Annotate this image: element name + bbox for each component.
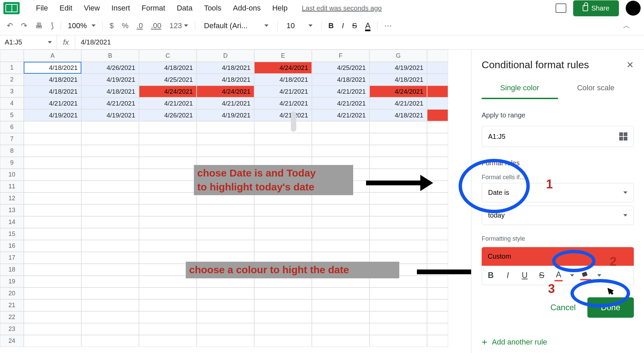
cell[interactable] [312,145,369,157]
cell[interactable] [369,204,427,216]
cell[interactable]: 4/18/2021 [81,86,139,97]
cell[interactable] [139,240,197,252]
menu-edit[interactable]: Edit [54,1,78,15]
cell[interactable]: 4/18/2021 [24,86,81,97]
cell[interactable] [254,228,312,240]
cell[interactable] [81,228,139,240]
column-header[interactable]: B [81,50,139,62]
cell[interactable] [197,133,254,145]
number-format-select[interactable]: 123 [166,19,192,33]
style-italic-button[interactable]: I [502,271,513,280]
cell[interactable] [369,240,427,252]
cell[interactable] [24,192,81,204]
cell[interactable]: 4/21/2021 [139,97,197,109]
cell[interactable] [369,192,427,204]
cell[interactable] [139,228,197,240]
cell[interactable]: 4/24/2021 [254,62,312,74]
font-select[interactable]: Default (Ari... [199,20,274,32]
chevron-down-icon[interactable] [597,274,601,277]
style-bold-button[interactable]: B [485,271,496,280]
cell[interactable] [24,181,81,192]
cell[interactable] [81,276,139,287]
cell[interactable] [24,264,81,276]
menu-help[interactable]: Help [267,1,293,15]
cell[interactable] [427,109,448,121]
cell[interactable]: 4/24/2021 [197,86,254,97]
cell[interactable] [254,335,312,347]
cell[interactable]: 4/21/2021 [312,86,369,97]
row-header[interactable]: 7 [0,133,24,145]
print-button[interactable]: 🖶 [32,19,46,33]
cell[interactable] [81,240,139,252]
row-header[interactable]: 16 [0,240,24,252]
cell[interactable] [369,133,427,145]
cell[interactable] [197,287,254,299]
decrease-decimal-button[interactable]: .0 [133,19,146,33]
condition-value-select[interactable]: today [482,206,634,225]
zoom-select[interactable]: 100% [64,20,99,32]
cell[interactable] [24,276,81,287]
cell[interactable]: 4/19/2021 [81,74,139,86]
cell[interactable] [197,121,254,133]
row-header[interactable]: 11 [0,181,24,192]
done-button[interactable]: Done [587,297,634,318]
share-button[interactable]: Share [573,0,619,16]
cell[interactable] [427,145,448,157]
cell[interactable] [427,299,448,311]
cell[interactable] [312,311,369,323]
cell[interactable] [312,133,369,145]
cell[interactable] [24,287,81,299]
redo-button[interactable]: ↷ [18,19,31,33]
cell[interactable] [427,335,448,347]
cell[interactable] [139,204,197,216]
column-header[interactable]: D [197,50,254,62]
cell[interactable] [254,133,312,145]
column-header[interactable]: C [139,50,197,62]
cell[interactable] [369,299,427,311]
cell[interactable]: 4/18/2021 [197,62,254,74]
cell[interactable]: 4/18/2021 [139,62,197,74]
cell[interactable] [369,145,427,157]
cell[interactable]: 4/21/2021 [254,109,312,121]
cell[interactable] [254,240,312,252]
cell[interactable] [427,252,448,264]
cell[interactable] [139,133,197,145]
cell[interactable] [139,299,197,311]
cell[interactable] [369,157,427,169]
cell[interactable]: 4/21/2021 [24,97,81,109]
toolbar-collapse-button[interactable]: ︿ [620,18,634,34]
cell[interactable]: 4/25/2021 [312,62,369,74]
row-header[interactable]: 2 [0,74,24,86]
cell[interactable] [139,287,197,299]
row-header[interactable]: 18 [0,264,24,276]
comments-icon[interactable] [556,3,566,13]
cell[interactable] [139,216,197,228]
tab-color-scale[interactable]: Color scale [558,81,634,99]
cell[interactable] [139,121,197,133]
row-header[interactable]: 17 [0,252,24,264]
italic-button[interactable]: I [339,19,347,33]
cell[interactable] [81,311,139,323]
cell[interactable] [254,311,312,323]
cell[interactable] [139,169,197,181]
cell[interactable] [427,323,448,335]
toolbar-more-button[interactable]: ⋯ [381,19,395,33]
cell[interactable] [81,264,139,276]
cell[interactable] [81,299,139,311]
cell[interactable] [24,133,81,145]
cell[interactable] [369,335,427,347]
vertical-scrollbar[interactable] [291,111,296,132]
cell[interactable] [24,121,81,133]
cell[interactable] [197,335,254,347]
cell[interactable] [139,192,197,204]
menu-file[interactable]: File [31,1,53,15]
select-range-icon[interactable] [619,132,627,141]
cell[interactable] [427,311,448,323]
cell[interactable] [427,121,448,133]
cell[interactable] [427,192,448,204]
cell[interactable] [427,97,448,109]
cancel-button[interactable]: Cancel [550,303,576,312]
cell[interactable] [197,323,254,335]
text-color-button[interactable]: A [362,20,374,32]
cell[interactable]: 4/18/2021 [24,62,81,74]
